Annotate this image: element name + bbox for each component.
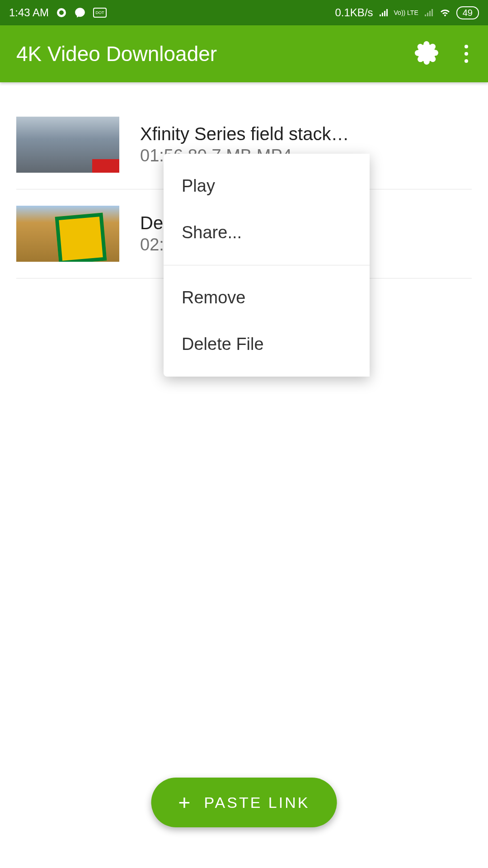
app-bar: 4K Video Downloader (0, 25, 488, 82)
app-title: 4K Video Downloader (16, 42, 217, 66)
wifi-icon (439, 8, 451, 17)
status-bar-right: 0.1KB/s Vo)) LTE 49 (335, 6, 479, 19)
fab-label: PASTE LINK (204, 794, 310, 811)
paste-link-button[interactable]: + PASTE LINK (151, 778, 337, 827)
more-options-button[interactable] (461, 41, 472, 66)
status-bar-left: 1:43 AM DOT (9, 6, 107, 19)
signal-icon-1 (379, 8, 389, 17)
lte-indicator: Vo)) LTE (394, 9, 418, 16)
status-bar: 1:43 AM DOT 0.1KB/s Vo)) LTE 49 (0, 0, 488, 25)
menu-item-delete-file[interactable]: Delete File (164, 321, 370, 368)
messenger-icon (74, 7, 86, 19)
video-title: Xfinity Series field stack… (140, 124, 472, 144)
plus-icon: + (178, 792, 191, 813)
data-rate: 0.1KB/s (335, 6, 373, 19)
status-time: 1:43 AM (9, 6, 49, 19)
notification-icon (56, 7, 67, 18)
svg-text:DOT: DOT (96, 10, 105, 15)
app-notification-icon: DOT (93, 8, 107, 18)
svg-point-1 (59, 10, 64, 15)
battery-indicator: 49 (456, 6, 479, 19)
video-thumbnail (16, 117, 119, 173)
menu-item-play[interactable]: Play (164, 163, 370, 209)
video-thumbnail (16, 206, 119, 262)
settings-button[interactable] (415, 41, 438, 66)
menu-item-remove[interactable]: Remove (164, 274, 370, 321)
signal-icon-2 (424, 8, 434, 17)
context-menu: Play Share... Remove Delete File (164, 154, 370, 377)
menu-item-share[interactable]: Share... (164, 209, 370, 256)
app-bar-actions (415, 41, 472, 66)
